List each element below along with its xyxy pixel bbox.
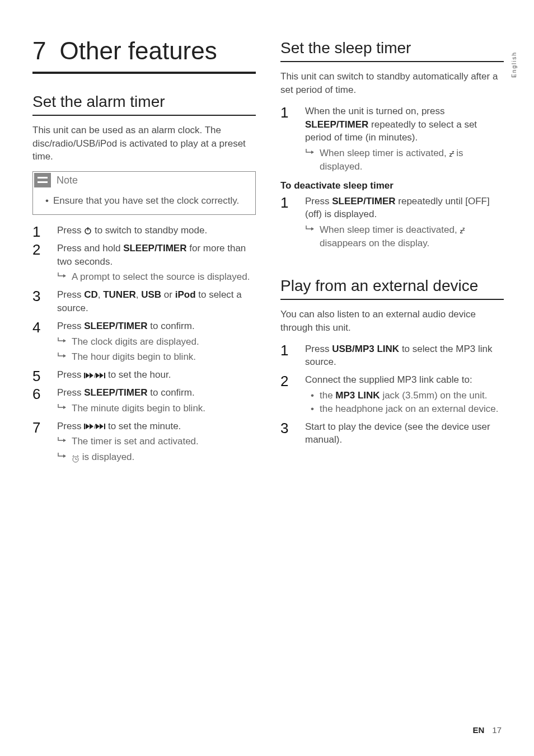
result-arrow-icon	[57, 337, 66, 344]
svg-marker-20	[63, 439, 66, 442]
prev-next-icon: /	[84, 423, 105, 430]
svg-marker-28	[311, 227, 314, 231]
chapter-title: 7Other features	[32, 34, 256, 74]
note-box: Note •Ensure that you have set the clock…	[32, 171, 256, 215]
step-item: Start to play the device (see the device…	[280, 420, 504, 447]
external-steps: Press USB/MP3 LINK to select the MP3 lin…	[280, 342, 504, 447]
step-item: Press / to set the hour.	[32, 368, 256, 382]
chapter-text: Other features	[59, 37, 217, 64]
result-arrow-icon	[57, 404, 66, 411]
language-side-tab: English	[510, 51, 518, 78]
step-item: Press SLEEP/TIMER to confirm.The minute …	[32, 386, 256, 415]
svg-line-26	[77, 456, 78, 457]
sub-bullet: the MP3 LINK jack (3.5mm) on the unit.	[305, 389, 504, 402]
svg-marker-12	[63, 406, 66, 409]
right-column: Set the sleep timer This unit can switch…	[280, 34, 504, 468]
sleep-steps-deactivate: Press SLEEP/TIMER repeatedly until [OFF]…	[280, 195, 504, 250]
section-sleep-heading: Set the sleep timer	[280, 37, 504, 62]
note-text: Ensure that you have set the clock corre…	[53, 195, 239, 206]
step-item: Press and hold SLEEP/TIMER for more than…	[32, 242, 256, 284]
sleep-zz-icon: zz	[449, 149, 453, 159]
left-column: 7Other features Set the alarm timer This…	[32, 34, 256, 468]
svg-line-25	[73, 456, 74, 457]
result-arrow-icon	[57, 273, 66, 279]
step-item: Connect the supplied MP3 link cable to:t…	[280, 373, 504, 415]
alarm-steps: Press to switch to standby mode.Press an…	[32, 224, 256, 464]
chapter-number: 7	[32, 37, 46, 64]
svg-marker-27	[311, 151, 314, 154]
svg-marker-6	[86, 373, 90, 378]
svg-rect-11	[104, 373, 105, 378]
svg-marker-21	[63, 454, 66, 458]
svg-marker-2	[63, 274, 66, 278]
section-external-heading: Play from an external device	[280, 275, 504, 300]
power-icon	[84, 227, 92, 234]
external-intro: You can also listen to an external audio…	[280, 308, 504, 335]
result-arrow-icon	[305, 149, 314, 156]
svg-rect-19	[104, 424, 105, 429]
step-item: Press to switch to standby mode.	[32, 224, 256, 237]
svg-marker-9	[96, 373, 100, 378]
svg-rect-13	[84, 424, 85, 429]
result-arrow-icon	[57, 437, 66, 444]
content-columns: 7Other features Set the alarm timer This…	[32, 34, 504, 468]
result-arrow-icon	[57, 453, 66, 459]
svg-rect-5	[84, 373, 85, 378]
step-item: Press / to set the minute.The timer is s…	[32, 420, 256, 464]
footer-page: 17	[492, 725, 502, 735]
step-item: Press USB/MP3 LINK to select the MP3 lin…	[280, 342, 504, 369]
section-alarm-heading: Set the alarm timer	[32, 91, 256, 116]
step-item: Press CD, TUNER, USB or iPod to select a…	[32, 288, 256, 315]
sleep-steps: When the unit is turned on, press SLEEP/…	[280, 105, 504, 173]
alarm-clock-icon	[72, 455, 79, 463]
svg-marker-3	[63, 339, 66, 342]
step-item: Press SLEEP/TIMER repeatedly until [OFF]…	[280, 195, 504, 250]
sleep-intro: This unit can switch to standby automati…	[280, 70, 504, 97]
svg-marker-15	[90, 424, 93, 429]
prev-next-icon: /	[84, 372, 105, 379]
note-body: •Ensure that you have set the clock corr…	[33, 189, 255, 214]
svg-marker-4	[63, 354, 66, 358]
alarm-intro: This unit can be used as an alarm clock.…	[32, 124, 256, 163]
svg-marker-14	[86, 424, 90, 429]
sleep-zz-icon: zz	[460, 226, 464, 236]
svg-marker-10	[100, 373, 104, 378]
note-label: Note	[57, 173, 78, 187]
svg-marker-18	[100, 424, 104, 429]
sub-bullet: the headphone jack on an external device…	[305, 402, 504, 416]
step-item: Press SLEEP/TIMER to confirm.The clock d…	[32, 320, 256, 364]
svg-marker-17	[96, 424, 100, 429]
page-footer: EN17	[472, 724, 502, 736]
footer-lang: EN	[472, 725, 484, 735]
step-item: When the unit is turned on, press SLEEP/…	[280, 105, 504, 173]
result-arrow-icon	[57, 353, 66, 359]
result-arrow-icon	[305, 226, 314, 232]
svg-marker-7	[90, 373, 93, 378]
sleep-deactivate-heading: To deactivate sleep timer	[280, 179, 504, 192]
note-icon	[34, 173, 51, 187]
